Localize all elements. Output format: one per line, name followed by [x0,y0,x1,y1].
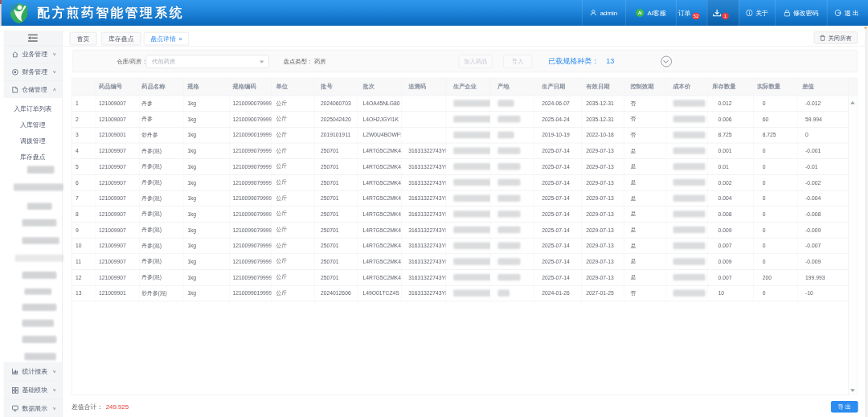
svg-text:AI: AI [638,11,642,15]
